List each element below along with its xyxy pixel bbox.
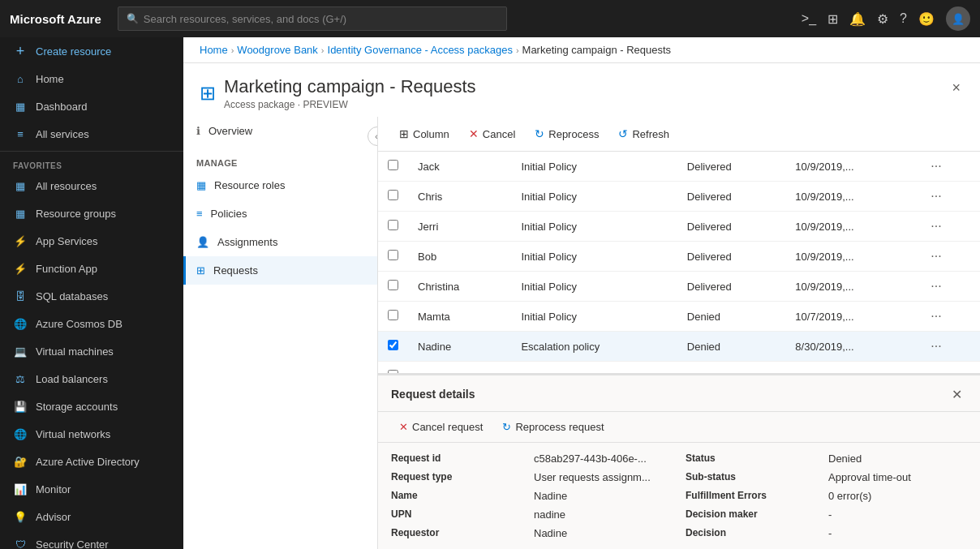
refresh-button[interactable]: ↺ Refresh <box>610 123 677 144</box>
breadcrumb-identity-governance[interactable]: Identity Governance - Access packages <box>328 44 513 56</box>
left-nav-assignments[interactable]: 👤 Assignments <box>183 228 377 256</box>
storage-icon: 💾 <box>13 399 28 414</box>
row-checkbox[interactable] <box>388 220 398 230</box>
breadcrumb-woodgrove[interactable]: Woodgrove Bank <box>237 44 318 56</box>
sidebar-item-create-resource[interactable]: + Create resource <box>0 37 183 65</box>
feedback-icon[interactable]: 🙂 <box>918 11 935 27</box>
left-nav-overview[interactable]: ℹ Overview <box>183 117 377 145</box>
row-more-cell[interactable]: ··· <box>918 302 980 332</box>
row-checkbox[interactable] <box>388 310 398 320</box>
table-row[interactable]: Bob Initial Policy Delivered 10/9/2019,.… <box>378 242 980 272</box>
row-checkbox[interactable] <box>388 370 398 373</box>
notification-icon[interactable]: 🔔 <box>849 11 866 27</box>
settings-icon[interactable]: ⚙ <box>877 11 888 27</box>
table-row[interactable]: Chris Initial Policy Delivered 10/9/2019… <box>378 182 980 212</box>
row-policy[interactable]: Escalation policy <box>511 362 677 374</box>
sidebar-item-function-app[interactable]: ⚡ Function App <box>0 255 183 282</box>
vnet-icon: 🌐 <box>13 427 28 441</box>
sidebar-item-cosmos-db[interactable]: 🌐 Azure Cosmos DB <box>0 310 183 337</box>
sidebar-item-azure-active-directory[interactable]: 🔐 Azure Active Directory <box>0 448 183 475</box>
row-checkbox-cell[interactable] <box>378 152 408 182</box>
row-more-button[interactable]: ··· <box>927 247 944 265</box>
row-policy[interactable]: Escalation policy <box>511 332 677 362</box>
sidebar-item-monitor[interactable]: 📊 Monitor <box>0 475 183 503</box>
search-input[interactable] <box>144 13 498 25</box>
sidebar-item-advisor[interactable]: 💡 Advisor <box>0 503 183 530</box>
avatar[interactable]: 👤 <box>946 6 970 31</box>
row-more-button[interactable]: ··· <box>927 157 944 175</box>
row-more-cell[interactable]: ··· <box>918 152 980 182</box>
row-policy[interactable]: Initial Policy <box>511 152 677 182</box>
row-name: Mamta <box>408 302 511 332</box>
column-button[interactable]: ⊞ Column <box>391 123 458 144</box>
breadcrumb-home[interactable]: Home <box>200 44 228 56</box>
sidebar-item-sql-databases[interactable]: 🗄 SQL databases <box>0 282 183 310</box>
sidebar-item-virtual-machines[interactable]: 💻 Virtual machines <box>0 337 183 365</box>
details-grid: Request idc58ab297-443b-406e-...StatusDe… <box>391 452 967 539</box>
sidebar-item-home[interactable]: ⌂ Home <box>0 65 183 92</box>
sidebar-item-all-services[interactable]: ≡ All services <box>0 120 183 148</box>
left-nav-requests[interactable]: ⊞ Requests <box>183 256 377 285</box>
sidebar-item-all-resources[interactable]: ▦ All resources <box>0 172 183 199</box>
row-more-cell[interactable]: ··· <box>918 242 980 272</box>
panel-close-button[interactable]: × <box>948 76 964 100</box>
row-checkbox-cell[interactable] <box>378 242 408 272</box>
cancel-button[interactable]: ✕ Cancel <box>461 123 523 144</box>
sidebar-item-load-balancers[interactable]: ⚖ Load balancers <box>0 365 183 392</box>
terminal-icon[interactable]: >_ <box>802 11 816 26</box>
row-more-cell[interactable]: ··· <box>918 182 980 212</box>
row-checkbox[interactable] <box>388 160 398 170</box>
row-more-button[interactable]: ··· <box>927 307 944 325</box>
row-policy[interactable]: Initial Policy <box>511 242 677 272</box>
row-checkbox[interactable] <box>388 340 398 350</box>
table-row[interactable]: Christina Initial Policy Delivered 10/9/… <box>378 272 980 302</box>
advisor-icon: 💡 <box>13 509 28 524</box>
assignments-label: Assignments <box>217 236 277 248</box>
cancel-request-button[interactable]: ✕ Cancel request <box>391 417 491 437</box>
row-policy[interactable]: Initial Policy <box>511 272 677 302</box>
directory-icon[interactable]: ⊞ <box>827 11 838 27</box>
row-checkbox-cell[interactable] <box>378 182 408 212</box>
left-nav-policies[interactable]: ≡ Policies <box>183 199 377 228</box>
sidebar-item-virtual-networks[interactable]: 🌐 Virtual networks <box>0 420 183 448</box>
row-more-button[interactable]: ··· <box>927 337 944 355</box>
sidebar-item-security-center[interactable]: 🛡 Security Center <box>0 530 183 549</box>
table-row[interactable]: Jack Initial Policy Delivered 10/9/2019,… <box>378 152 980 182</box>
sidebar-item-storage-accounts[interactable]: 💾 Storage accounts <box>0 392 183 420</box>
details-close-button[interactable]: ✕ <box>946 384 967 405</box>
row-more-button[interactable]: ··· <box>927 217 944 235</box>
search-bar[interactable]: 🔍 <box>118 6 507 31</box>
row-policy[interactable]: Initial Policy <box>511 182 677 212</box>
reprocess-request-button[interactable]: ↻ Reprocess request <box>494 417 612 437</box>
sidebar-item-app-services[interactable]: ⚡ App Services <box>0 227 183 255</box>
table-row[interactable]: Mamta Initial Policy Denied 10/7/2019,..… <box>378 302 980 332</box>
detail-value: nadine <box>534 508 673 521</box>
row-more-cell[interactable]: ··· <box>918 272 980 302</box>
row-more-button[interactable]: ··· <box>927 187 944 205</box>
table-row[interactable]: Nadine Escalation policy Denied 8/30/201… <box>378 332 980 362</box>
detail-value: c58ab297-443b-406e-... <box>534 452 673 465</box>
row-checkbox[interactable] <box>388 280 398 290</box>
row-checkbox-cell[interactable] <box>378 272 408 302</box>
row-checkbox[interactable] <box>388 250 398 260</box>
row-policy[interactable]: Initial Policy <box>511 302 677 332</box>
row-policy[interactable]: Initial Policy <box>511 212 677 242</box>
row-more-button[interactable]: ··· <box>927 367 944 373</box>
table-row[interactable]: Jessica Escalation policy Delivered 8/23… <box>378 362 980 374</box>
row-more-cell[interactable]: ··· <box>918 362 980 374</box>
row-more-button[interactable]: ··· <box>927 277 944 295</box>
row-checkbox[interactable] <box>388 190 398 200</box>
row-status: Denied <box>677 302 786 332</box>
row-checkbox-cell[interactable] <box>378 332 408 362</box>
row-more-cell[interactable]: ··· <box>918 332 980 362</box>
sidebar-item-resource-groups[interactable]: ▦ Resource groups <box>0 199 183 227</box>
reprocess-button[interactable]: ↻ Reprocess <box>527 123 607 144</box>
row-checkbox-cell[interactable] <box>378 212 408 242</box>
left-nav-resource-roles[interactable]: ▦ Resource roles <box>183 171 377 199</box>
row-more-cell[interactable]: ··· <box>918 212 980 242</box>
row-checkbox-cell[interactable] <box>378 302 408 332</box>
help-icon[interactable]: ? <box>900 11 907 26</box>
sidebar-item-dashboard[interactable]: ▦ Dashboard <box>0 92 183 120</box>
row-checkbox-cell[interactable] <box>378 362 408 374</box>
table-row[interactable]: Jerri Initial Policy Delivered 10/9/2019… <box>378 212 980 242</box>
